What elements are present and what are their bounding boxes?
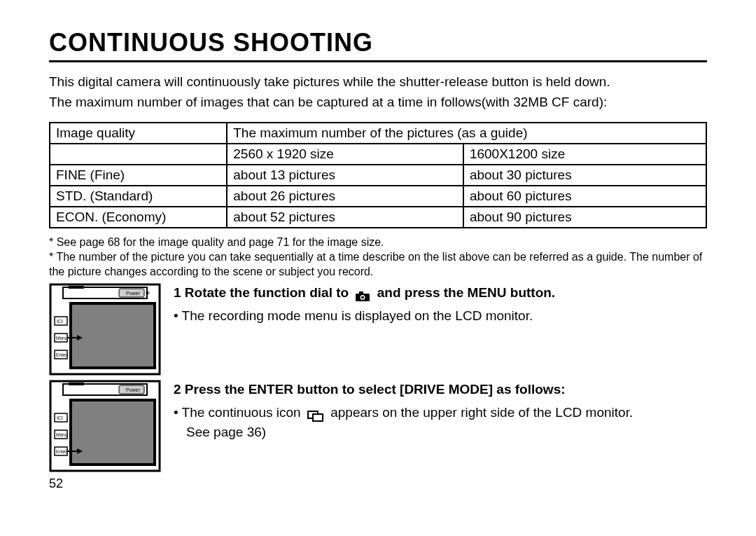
table-cell: STD. (Standard): [50, 186, 227, 207]
step-1-head-b: and press the MENU button.: [377, 285, 555, 300]
page-number: 52: [49, 476, 707, 491]
table-cell: FINE (Fine): [50, 165, 227, 186]
svg-rect-4: [71, 304, 154, 367]
enter-label: Enter: [56, 352, 67, 357]
table-row: Image quality The maximum number of the …: [50, 123, 706, 144]
table-header-max: The maximum number of the pictures (as a…: [227, 123, 706, 144]
table-subhead-a: 2560 x 1920 size: [227, 144, 463, 165]
svg-rect-3: [69, 286, 84, 289]
table-cell: about 13 pictures: [227, 165, 463, 186]
table-cell: about 90 pictures: [463, 207, 706, 228]
camera-illustration-2: Power ICI Menu Enter: [49, 380, 161, 472]
footnote-1: * See page 68 for the image quality and …: [49, 235, 707, 250]
step-2-head: 2 Press the ENTER button to select [DRIV…: [174, 382, 566, 397]
intro-text: This digital camera will continuously ta…: [49, 72, 707, 112]
power-label: Power: [126, 387, 141, 392]
step-2-text: 2 Press the ENTER button to select [DRIV…: [174, 380, 707, 443]
step-1-head-a: 1 Rotate the function dial to: [174, 285, 349, 300]
menu-label: Menu: [56, 336, 68, 341]
intro-line-1: This digital camera will continuously ta…: [49, 72, 707, 92]
table-cell: about 52 pictures: [227, 207, 463, 228]
table-subhead-b: 1600X1200 size: [463, 144, 706, 165]
page-title: CONTINUOUS SHOOTING: [49, 28, 707, 57]
menu-label: Menu: [56, 432, 68, 437]
table-cell: ECON. (Economy): [50, 207, 227, 228]
table-cell: about 30 pictures: [463, 165, 706, 186]
intro-line-2: The maximum number of images that can be…: [49, 92, 707, 113]
svg-rect-18: [71, 401, 154, 464]
svg-point-13: [361, 296, 364, 299]
enter-label: Enter: [56, 449, 67, 454]
table-header-quality: Image quality: [50, 123, 227, 144]
capacity-table: Image quality The maximum number of the …: [49, 122, 707, 228]
power-label: Power: [126, 291, 141, 296]
table-cell: [50, 144, 227, 165]
step-1-text: 1 Rotate the function dial to and press …: [174, 283, 707, 326]
table-row: 2560 x 1920 size 1600X1200 size: [50, 144, 706, 165]
table-row: STD. (Standard) about 26 pictures about …: [50, 186, 706, 207]
table-cell: about 26 pictures: [227, 186, 463, 207]
step-2-body: • The continuous icon appears on the upp…: [174, 403, 707, 443]
camera-icon: [355, 288, 370, 299]
step-1: Power ICI Menu Enter 1 Rotate the f: [49, 283, 707, 376]
ici-label: ICI: [57, 319, 63, 324]
svg-rect-25: [313, 414, 323, 421]
step-2-body-c: See page 36): [174, 422, 707, 443]
footnotes: * See page 68 for the image quality and …: [49, 235, 707, 279]
table-row: ECON. (Economy) about 52 pictures about …: [50, 207, 706, 228]
ici-label: ICI: [57, 415, 63, 420]
table-cell: about 60 pictures: [463, 186, 706, 207]
step-1-body: • The recording mode menu is displayed o…: [174, 306, 707, 327]
step-2-body-a: • The continuous icon: [174, 405, 301, 420]
svg-rect-11: [359, 291, 363, 294]
title-rule: [49, 60, 707, 62]
footnote-2: * The number of the picture you can take…: [49, 250, 707, 280]
step-2-body-b: appears on the upper right side of the L…: [330, 405, 633, 420]
step-2: Power ICI Menu Enter 2 Press the ENTER b…: [49, 380, 707, 472]
continuous-icon: [307, 408, 324, 419]
table-row: FINE (Fine) about 13 pictures about 30 p…: [50, 165, 706, 186]
svg-rect-17: [69, 383, 84, 385]
camera-illustration-1: Power ICI Menu Enter: [49, 283, 161, 376]
